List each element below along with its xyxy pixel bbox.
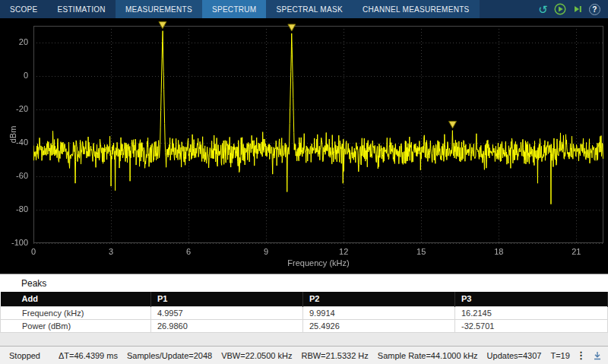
help-icon[interactable]: ? <box>589 4 600 15</box>
cell-p2-frequency: 9.9914 <box>303 306 455 319</box>
status-sample-rate: Sample Rate=44.1000 kHz <box>378 351 478 360</box>
toolstrip-tabbar: SCOPE ESTIMATION MEASUREMENTS SPECTRUM S… <box>0 0 608 18</box>
status-updates: Updates=4307 <box>487 351 542 360</box>
peaks-col-p2: P2 <box>303 292 455 306</box>
peaks-panel-title: Peaks <box>0 274 608 292</box>
cell-p3-frequency: 16.2145 <box>455 306 608 319</box>
status-rbw: RBW=21.5332 Hz <box>301 351 368 360</box>
run-button-icon[interactable] <box>554 3 566 15</box>
status-samples-per-update: Samples/Update=2048 <box>127 351 212 360</box>
peaks-col-add: Add <box>1 292 151 306</box>
cell-p1-power: 26.9860 <box>151 319 303 332</box>
overflow-menu-icon[interactable]: ⋮ <box>576 350 586 360</box>
status-delta-t: ΔT=46.4399 ms <box>59 351 118 360</box>
peaks-row-frequency: Frequency (kHz) 4.9957 9.9914 16.2145 <box>1 306 608 319</box>
spectrum-analyzer-window: SCOPE ESTIMATION MEASUREMENTS SPECTRUM S… <box>0 0 608 364</box>
status-time: T=199.9935 <box>550 351 570 360</box>
peaks-table: Add P1 P2 P3 Frequency (kHz) 4.9957 9.99… <box>0 292 608 333</box>
dock-icon[interactable] <box>593 351 602 360</box>
step-forward-icon[interactable] <box>572 4 583 14</box>
status-items: ΔT=46.4399 ms Samples/Update=2048 VBW=22… <box>59 351 570 360</box>
cell-p2-power: 25.4926 <box>303 319 455 332</box>
status-icon-group: ⋮ <box>570 350 602 360</box>
status-vbw: VBW=22.0500 kHz <box>221 351 292 360</box>
toolbar-icon-group: ↺ ? <box>530 0 608 18</box>
peaks-table-header-row: Add P1 P2 P3 <box>1 292 608 306</box>
spectrum-plot-area <box>0 18 608 274</box>
spectrum-plot-canvas <box>0 18 608 274</box>
tab-spectrum[interactable]: SPECTRUM <box>202 0 267 18</box>
row-label: Frequency (kHz) <box>1 306 151 319</box>
tab-measurements[interactable]: MEASUREMENTS <box>116 0 202 18</box>
peaks-col-p1: P1 <box>151 292 303 306</box>
row-label: Power (dBm) <box>1 319 151 332</box>
peaks-panel: Peaks Add P1 P2 P3 Frequency (kHz) 4.995… <box>0 274 608 346</box>
tab-channel-measurements[interactable]: CHANNEL MEASUREMENTS <box>353 0 480 18</box>
cell-p3-power: -32.5701 <box>455 319 608 332</box>
status-state: Stopped <box>9 351 40 360</box>
peaks-row-power: Power (dBm) 26.9860 25.4926 -32.5701 <box>1 319 608 332</box>
reset-view-icon[interactable]: ↺ <box>538 4 548 15</box>
cell-p1-frequency: 4.9957 <box>151 306 303 319</box>
tab-estimation[interactable]: ESTIMATION <box>48 0 116 18</box>
tab-scope[interactable]: SCOPE <box>0 0 48 18</box>
peaks-col-p3: P3 <box>455 292 608 306</box>
tabbar-spacer <box>480 0 531 18</box>
tab-spectral-mask[interactable]: SPECTRAL MASK <box>266 0 352 18</box>
status-bar: Stopped ΔT=46.4399 ms Samples/Update=204… <box>0 346 608 364</box>
